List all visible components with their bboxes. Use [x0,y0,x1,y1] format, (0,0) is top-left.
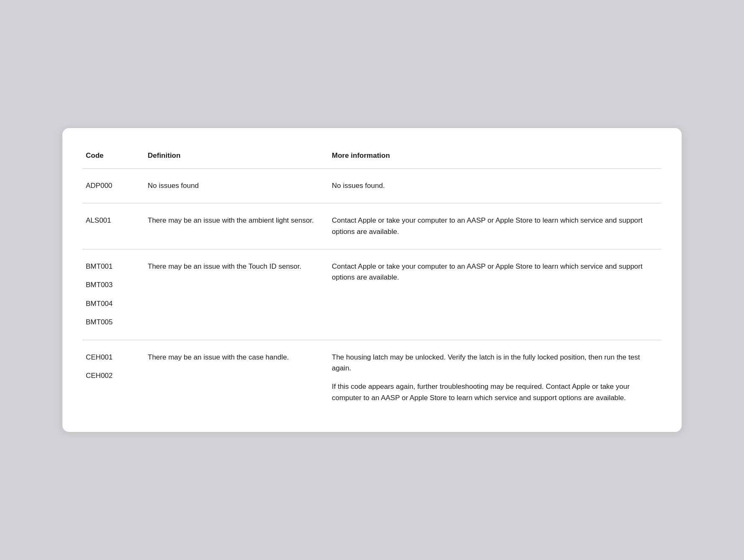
code-cell: CEH001CEH002 [82,340,141,415]
definition-cell: There may be an issue with the Touch ID … [141,249,325,340]
code-cell: BMT001BMT003BMT004BMT005 [82,249,141,340]
more-info-paragraph: If this code appears again, further trou… [332,381,655,403]
more-info-paragraph: Contact Apple or take your computer to a… [332,261,655,283]
code-value: BMT005 [86,317,134,328]
more-info-paragraph: Contact Apple or take your computer to a… [332,215,655,237]
definition-cell: No issues found [141,169,325,203]
code-value: ALS001 [86,215,134,226]
code-value: ADP000 [86,180,134,191]
table-row: ALS001There may be an issue with the amb… [82,203,662,249]
col-header-code: Code [82,145,141,169]
table-row: BMT001BMT003BMT004BMT005There may be an … [82,249,662,340]
col-header-more-info: More information [325,145,662,169]
code-value: CEH002 [86,370,134,381]
code-value: CEH001 [86,352,134,363]
table-header-row: Code Definition More information [82,145,662,169]
more-info-paragraph: The housing latch may be unlocked. Verif… [332,352,655,374]
definition-cell: There may be an issue with the ambient l… [141,203,325,249]
definition-cell: There may be an issue with the case hand… [141,340,325,415]
more-info-cell: Contact Apple or take your computer to a… [325,249,662,340]
table-row: ADP000No issues foundNo issues found. [82,169,662,203]
more-info-cell: No issues found. [325,169,662,203]
code-cell: ADP000 [82,169,141,203]
code-value: BMT004 [86,298,134,309]
col-header-definition: Definition [141,145,325,169]
table-row: CEH001CEH002There may be an issue with t… [82,340,662,415]
more-info-cell: The housing latch may be unlocked. Verif… [325,340,662,415]
code-value: BMT003 [86,280,134,290]
reference-table: Code Definition More information ADP000N… [82,145,662,415]
more-info-paragraph: No issues found. [332,180,655,191]
main-card: Code Definition More information ADP000N… [62,128,682,432]
more-info-cell: Contact Apple or take your computer to a… [325,203,662,249]
code-value: BMT001 [86,261,134,272]
code-cell: ALS001 [82,203,141,249]
